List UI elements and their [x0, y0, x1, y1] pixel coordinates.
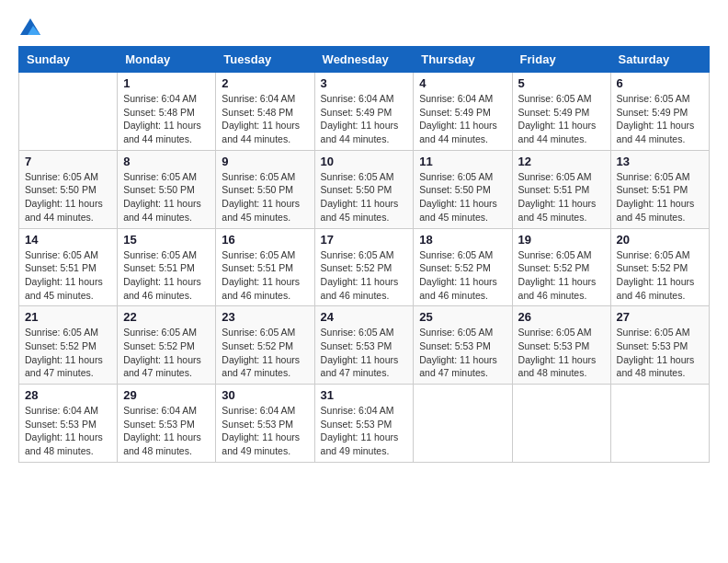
- day-cell: 6 Sunrise: 6:05 AMSunset: 5:49 PMDayligh…: [610, 73, 709, 151]
- day-number: 16: [222, 233, 308, 247]
- week-row-2: 7 Sunrise: 6:05 AMSunset: 5:50 PMDayligh…: [19, 150, 710, 228]
- day-detail: Sunrise: 6:05 AMSunset: 5:52 PMDaylight:…: [518, 249, 597, 301]
- day-detail: Sunrise: 6:05 AMSunset: 5:50 PMDaylight:…: [25, 171, 103, 223]
- day-detail: Sunrise: 6:05 AMSunset: 5:49 PMDaylight:…: [617, 93, 695, 144]
- page-header: [18, 18, 710, 31]
- day-detail: Sunrise: 6:05 AMSunset: 5:52 PMDaylight:…: [222, 327, 300, 378]
- day-cell: 1 Sunrise: 6:04 AMSunset: 5:48 PMDayligh…: [118, 73, 216, 151]
- day-detail: Sunrise: 6:05 AMSunset: 5:50 PMDaylight:…: [123, 171, 201, 223]
- day-detail: Sunrise: 6:05 AMSunset: 5:53 PMDaylight:…: [419, 327, 497, 378]
- day-cell: [414, 385, 512, 463]
- day-cell: 20 Sunrise: 6:05 AMSunset: 5:52 PMDaylig…: [610, 228, 709, 306]
- day-cell: [512, 385, 610, 463]
- day-detail: Sunrise: 6:05 AMSunset: 5:52 PMDaylight:…: [419, 249, 497, 301]
- day-detail: Sunrise: 6:05 AMSunset: 5:52 PMDaylight:…: [617, 249, 695, 301]
- day-number: 12: [518, 155, 605, 168]
- day-number: 25: [419, 310, 506, 324]
- week-row-4: 21 Sunrise: 6:05 AMSunset: 5:52 PMDaylig…: [19, 306, 710, 385]
- day-detail: Sunrise: 6:04 AMSunset: 5:49 PMDaylight:…: [321, 93, 399, 144]
- day-detail: Sunrise: 6:04 AMSunset: 5:53 PMDaylight:…: [123, 405, 201, 456]
- day-detail: Sunrise: 6:04 AMSunset: 5:49 PMDaylight:…: [419, 93, 497, 144]
- day-cell: 11 Sunrise: 6:05 AMSunset: 5:50 PMDaylig…: [414, 150, 512, 228]
- day-cell: 25 Sunrise: 6:05 AMSunset: 5:53 PMDaylig…: [414, 306, 512, 385]
- day-detail: Sunrise: 6:05 AMSunset: 5:51 PMDaylight:…: [25, 249, 103, 301]
- day-number: 17: [321, 233, 408, 247]
- day-number: 19: [518, 233, 605, 247]
- day-cell: 4 Sunrise: 6:04 AMSunset: 5:49 PMDayligh…: [414, 73, 512, 151]
- day-number: 14: [25, 233, 111, 247]
- day-detail: Sunrise: 6:05 AMSunset: 5:53 PMDaylight:…: [617, 327, 695, 378]
- day-number: 4: [419, 76, 506, 90]
- day-number: 10: [321, 155, 408, 168]
- day-cell: 30 Sunrise: 6:04 AMSunset: 5:53 PMDaylig…: [216, 385, 314, 463]
- day-number: 1: [123, 76, 210, 90]
- day-number: 3: [321, 76, 408, 90]
- day-number: 7: [25, 155, 111, 168]
- day-cell: 28 Sunrise: 6:04 AMSunset: 5:53 PMDaylig…: [19, 385, 118, 463]
- day-cell: 22 Sunrise: 6:05 AMSunset: 5:52 PMDaylig…: [118, 306, 216, 385]
- day-cell: [610, 385, 709, 463]
- day-cell: 18 Sunrise: 6:05 AMSunset: 5:52 PMDaylig…: [414, 228, 512, 306]
- header-friday: Friday: [512, 47, 610, 73]
- day-number: 23: [222, 310, 308, 324]
- day-number: 9: [222, 155, 308, 168]
- day-cell: 15 Sunrise: 6:05 AMSunset: 5:51 PMDaylig…: [118, 228, 216, 306]
- day-cell: 9 Sunrise: 6:05 AMSunset: 5:50 PMDayligh…: [216, 150, 314, 228]
- day-number: 20: [617, 233, 703, 247]
- day-detail: Sunrise: 6:05 AMSunset: 5:52 PMDaylight:…: [321, 249, 399, 301]
- day-detail: Sunrise: 6:05 AMSunset: 5:50 PMDaylight:…: [419, 171, 497, 223]
- header-saturday: Saturday: [610, 47, 709, 73]
- day-cell: 12 Sunrise: 6:05 AMSunset: 5:51 PMDaylig…: [512, 150, 610, 228]
- day-number: 18: [419, 233, 506, 247]
- header-sunday: Sunday: [19, 47, 118, 73]
- day-number: 27: [617, 310, 703, 324]
- day-cell: 14 Sunrise: 6:05 AMSunset: 5:51 PMDaylig…: [19, 228, 118, 306]
- day-cell: [19, 73, 118, 151]
- day-number: 31: [321, 388, 408, 402]
- day-cell: 8 Sunrise: 6:05 AMSunset: 5:50 PMDayligh…: [118, 150, 216, 228]
- day-cell: 17 Sunrise: 6:05 AMSunset: 5:52 PMDaylig…: [314, 228, 414, 306]
- day-number: 15: [123, 233, 210, 247]
- day-detail: Sunrise: 6:05 AMSunset: 5:53 PMDaylight:…: [518, 327, 597, 378]
- day-cell: 24 Sunrise: 6:05 AMSunset: 5:53 PMDaylig…: [314, 306, 414, 385]
- day-cell: 26 Sunrise: 6:05 AMSunset: 5:53 PMDaylig…: [512, 306, 610, 385]
- day-cell: 7 Sunrise: 6:05 AMSunset: 5:50 PMDayligh…: [19, 150, 118, 228]
- logo: [18, 18, 40, 31]
- day-cell: 16 Sunrise: 6:05 AMSunset: 5:51 PMDaylig…: [216, 228, 314, 306]
- header-thursday: Thursday: [414, 47, 512, 73]
- day-number: 8: [123, 155, 210, 168]
- day-cell: 19 Sunrise: 6:05 AMSunset: 5:52 PMDaylig…: [512, 228, 610, 306]
- day-number: 24: [321, 310, 408, 324]
- header-wednesday: Wednesday: [314, 47, 414, 73]
- day-detail: Sunrise: 6:05 AMSunset: 5:49 PMDaylight:…: [518, 93, 597, 144]
- day-detail: Sunrise: 6:04 AMSunset: 5:48 PMDaylight:…: [222, 93, 300, 144]
- day-number: 29: [123, 388, 210, 402]
- day-detail: Sunrise: 6:04 AMSunset: 5:48 PMDaylight:…: [123, 93, 201, 144]
- day-number: 5: [518, 76, 605, 90]
- day-number: 11: [419, 155, 506, 168]
- day-detail: Sunrise: 6:04 AMSunset: 5:53 PMDaylight:…: [321, 405, 399, 456]
- day-detail: Sunrise: 6:05 AMSunset: 5:53 PMDaylight:…: [321, 327, 399, 378]
- day-detail: Sunrise: 6:05 AMSunset: 5:52 PMDaylight:…: [123, 327, 201, 378]
- day-detail: Sunrise: 6:05 AMSunset: 5:51 PMDaylight:…: [617, 171, 695, 223]
- day-number: 2: [222, 76, 308, 90]
- day-number: 22: [123, 310, 210, 324]
- week-row-3: 14 Sunrise: 6:05 AMSunset: 5:51 PMDaylig…: [19, 228, 710, 306]
- day-number: 30: [222, 388, 308, 402]
- day-cell: 13 Sunrise: 6:05 AMSunset: 5:51 PMDaylig…: [610, 150, 709, 228]
- day-cell: 27 Sunrise: 6:05 AMSunset: 5:53 PMDaylig…: [610, 306, 709, 385]
- day-cell: 31 Sunrise: 6:04 AMSunset: 5:53 PMDaylig…: [314, 385, 414, 463]
- week-row-1: 1 Sunrise: 6:04 AMSunset: 5:48 PMDayligh…: [19, 73, 710, 151]
- day-cell: 23 Sunrise: 6:05 AMSunset: 5:52 PMDaylig…: [216, 306, 314, 385]
- day-number: 6: [617, 76, 703, 90]
- day-cell: 10 Sunrise: 6:05 AMSunset: 5:50 PMDaylig…: [314, 150, 414, 228]
- day-detail: Sunrise: 6:04 AMSunset: 5:53 PMDaylight:…: [25, 405, 103, 456]
- day-cell: 29 Sunrise: 6:04 AMSunset: 5:53 PMDaylig…: [118, 385, 216, 463]
- day-cell: 21 Sunrise: 6:05 AMSunset: 5:52 PMDaylig…: [19, 306, 118, 385]
- calendar-table: SundayMondayTuesdayWednesdayThursdayFrid…: [18, 46, 710, 463]
- calendar-header-row: SundayMondayTuesdayWednesdayThursdayFrid…: [19, 47, 710, 73]
- day-number: 26: [518, 310, 605, 324]
- header-tuesday: Tuesday: [216, 47, 314, 73]
- day-detail: Sunrise: 6:05 AMSunset: 5:51 PMDaylight:…: [222, 249, 300, 301]
- day-number: 21: [25, 310, 111, 324]
